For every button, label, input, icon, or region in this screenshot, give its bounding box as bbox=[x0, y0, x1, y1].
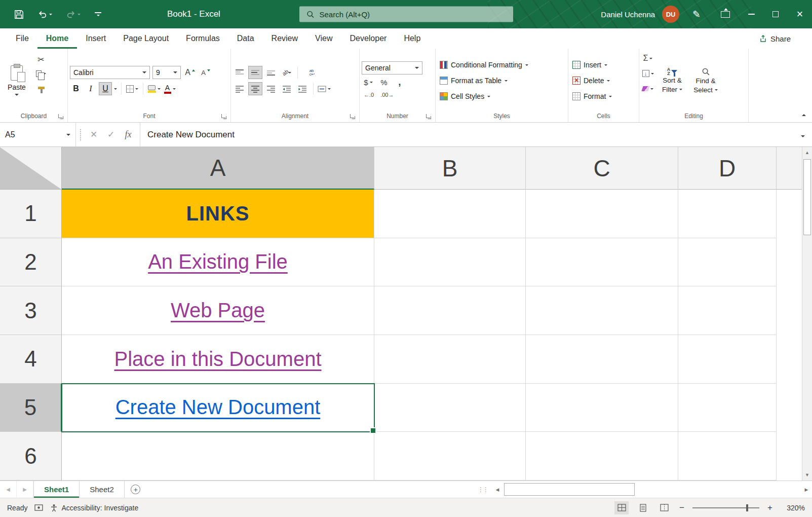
italic-button[interactable]: I bbox=[85, 83, 97, 95]
cell-b3[interactable] bbox=[374, 286, 526, 335]
normal-view-button[interactable] bbox=[614, 501, 629, 514]
fill-color-button[interactable] bbox=[147, 83, 161, 95]
share-button[interactable]: Share bbox=[759, 28, 791, 49]
sheet-tab-sheet1[interactable]: Sheet1 bbox=[33, 481, 80, 498]
cell-a1[interactable]: LINKS bbox=[62, 190, 374, 238]
enter-button[interactable]: ✓ bbox=[102, 129, 120, 140]
number-format-select[interactable]: General bbox=[362, 61, 422, 75]
paste-button[interactable]: Paste bbox=[2, 51, 31, 110]
cell-b4[interactable] bbox=[374, 335, 526, 384]
zoom-out-button[interactable]: − bbox=[678, 503, 685, 513]
comma-style-button[interactable]: , bbox=[393, 76, 406, 88]
zoom-slider-handle[interactable] bbox=[746, 504, 748, 511]
ribbon-tab-view[interactable]: View bbox=[306, 28, 341, 49]
user-name[interactable]: Daniel Uchenna bbox=[601, 10, 655, 19]
find-select-button[interactable]: Find & Select bbox=[690, 51, 721, 110]
row-header-1[interactable]: 1 bbox=[0, 190, 62, 238]
ribbon-tab-review[interactable]: Review bbox=[263, 28, 306, 49]
new-sheet-button[interactable]: + bbox=[125, 481, 147, 498]
wrap-text-button[interactable]: abc↩ bbox=[302, 66, 322, 79]
ribbon-display-options-button[interactable] bbox=[715, 0, 739, 28]
align-right-button[interactable] bbox=[264, 83, 278, 95]
sort-filter-button[interactable]: AZ Sort & Filter bbox=[656, 51, 688, 110]
cell-c5[interactable] bbox=[526, 384, 678, 432]
name-box[interactable]: A5 bbox=[0, 123, 76, 146]
vertical-scrollbar[interactable]: ▲ ▼ bbox=[802, 147, 812, 481]
scroll-down-button[interactable]: ▼ bbox=[802, 469, 812, 481]
cell-d4[interactable] bbox=[678, 335, 777, 384]
undo-button[interactable] bbox=[38, 10, 52, 19]
column-header-b[interactable]: B bbox=[374, 147, 526, 190]
delete-cells-button[interactable]: Delete bbox=[570, 73, 637, 89]
cell-d3[interactable] bbox=[678, 286, 777, 335]
borders-button[interactable] bbox=[126, 83, 139, 95]
cell-a4[interactable]: Place in this Document bbox=[62, 335, 374, 384]
format-cells-button[interactable]: Format bbox=[570, 89, 637, 104]
format-as-table-button[interactable]: Format as Table bbox=[438, 73, 566, 89]
alignment-dialog-launcher[interactable] bbox=[350, 114, 356, 120]
align-middle-button[interactable] bbox=[249, 66, 262, 79]
cell-b5[interactable] bbox=[374, 384, 526, 432]
formula-input[interactable]: Create New Document bbox=[143, 130, 812, 140]
collapse-ribbon-button[interactable] bbox=[802, 109, 806, 118]
font-color-button[interactable]: A bbox=[163, 83, 176, 95]
insert-function-button[interactable]: fx bbox=[120, 129, 137, 140]
cut-button[interactable]: ✂ bbox=[34, 53, 48, 65]
sheet-tab-sheet2[interactable]: Sheet2 bbox=[80, 481, 125, 498]
cell-d2[interactable] bbox=[678, 238, 777, 287]
horizontal-scrollbar[interactable]: ⋮⋮ ◀ ▶ bbox=[478, 481, 812, 498]
vertical-scrollbar-thumb[interactable] bbox=[803, 159, 811, 235]
copy-button[interactable] bbox=[34, 67, 48, 80]
cell-b6[interactable] bbox=[374, 432, 526, 481]
percent-style-button[interactable]: % bbox=[377, 76, 391, 88]
search-box[interactable]: Search (Alt+Q) bbox=[299, 7, 513, 22]
conditional-formatting-button[interactable]: Conditional Formatting bbox=[438, 57, 566, 73]
cell-a5-selected[interactable]: Create New Document bbox=[62, 384, 374, 432]
increase-font-size-button[interactable]: A bbox=[183, 66, 197, 79]
align-center-button[interactable] bbox=[249, 83, 262, 95]
cell-styles-button[interactable]: Cell Styles bbox=[438, 89, 566, 104]
horizontal-scrollbar-thumb[interactable] bbox=[504, 483, 635, 496]
ribbon-tab-page-layout[interactable]: Page Layout bbox=[114, 28, 177, 49]
page-layout-view-button[interactable] bbox=[636, 501, 650, 514]
column-header-d[interactable]: D bbox=[678, 147, 777, 190]
cell-c3[interactable] bbox=[526, 286, 678, 335]
zoom-level[interactable]: 320% bbox=[781, 504, 805, 512]
cell-c2[interactable] bbox=[526, 238, 678, 287]
fill-button[interactable]: ↓ bbox=[641, 67, 654, 80]
autosum-button[interactable]: Σ bbox=[641, 52, 654, 64]
orientation-button[interactable]: ab bbox=[280, 66, 293, 79]
cell-d1[interactable] bbox=[678, 190, 777, 238]
ribbon-tab-help[interactable]: Help bbox=[395, 28, 429, 49]
merge-center-button[interactable] bbox=[318, 83, 331, 95]
decrease-indent-button[interactable] bbox=[280, 83, 293, 95]
underline-dropdown-icon[interactable] bbox=[114, 88, 117, 90]
column-header-a[interactable]: A bbox=[62, 147, 374, 190]
scroll-up-button[interactable]: ▲ bbox=[802, 147, 812, 158]
previous-sheet-button[interactable]: ◀ bbox=[0, 481, 17, 498]
accounting-format-button[interactable]: $ bbox=[362, 76, 375, 88]
align-top-button[interactable] bbox=[233, 66, 246, 79]
align-left-button[interactable] bbox=[233, 83, 246, 95]
page-break-preview-button[interactable] bbox=[657, 501, 671, 514]
maximize-button[interactable] bbox=[763, 0, 788, 28]
increase-decimal-button[interactable]: ←.0 bbox=[362, 89, 376, 101]
accessibility-checker-button[interactable]: Accessibility: Investigate bbox=[50, 504, 138, 512]
row-header-6[interactable]: 6 bbox=[0, 432, 62, 481]
minimize-button[interactable] bbox=[739, 0, 763, 28]
expand-formula-bar-button[interactable] bbox=[801, 130, 805, 139]
close-button[interactable]: × bbox=[788, 0, 812, 28]
pen-input-icon[interactable]: ✎ bbox=[692, 9, 701, 20]
underline-button[interactable]: U bbox=[99, 83, 111, 95]
row-header-4[interactable]: 4 bbox=[0, 335, 62, 384]
user-avatar[interactable]: DU bbox=[662, 6, 679, 23]
zoom-slider[interactable] bbox=[692, 507, 759, 508]
cell-b1[interactable] bbox=[374, 190, 526, 238]
next-sheet-button[interactable]: ▶ bbox=[17, 481, 33, 498]
customize-quick-access-toolbar-button[interactable] bbox=[95, 12, 101, 16]
cancel-button[interactable]: ✕ bbox=[85, 129, 102, 140]
column-header-c[interactable]: C bbox=[526, 147, 678, 190]
ribbon-tab-developer[interactable]: Developer bbox=[341, 28, 395, 49]
cell-a6[interactable] bbox=[62, 432, 374, 481]
format-painter-button[interactable] bbox=[34, 82, 48, 94]
